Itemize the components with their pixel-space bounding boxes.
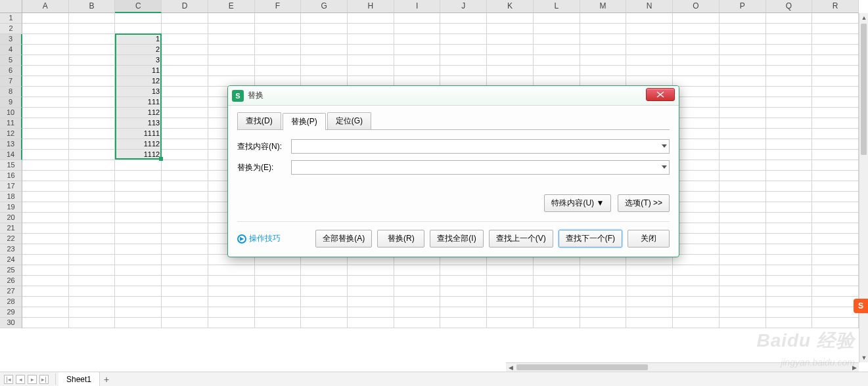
cell[interactable] — [580, 24, 627, 34]
cell[interactable] — [766, 286, 813, 297]
cell[interactable] — [162, 181, 208, 192]
cell[interactable] — [580, 318, 627, 328]
cell[interactable] — [812, 223, 859, 234]
cell[interactable] — [162, 150, 208, 160]
cell[interactable] — [812, 318, 859, 328]
cell[interactable] — [720, 87, 766, 97]
cell[interactable] — [115, 234, 162, 244]
cell[interactable] — [301, 307, 348, 318]
row-header[interactable]: 12 — [0, 129, 22, 139]
cell[interactable] — [394, 34, 441, 45]
cell[interactable] — [720, 24, 766, 34]
cell[interactable] — [69, 108, 116, 118]
cell[interactable] — [115, 181, 162, 192]
cell[interactable] — [255, 13, 302, 24]
cell[interactable] — [673, 223, 720, 234]
cell[interactable] — [69, 213, 116, 223]
row-header[interactable]: 28 — [0, 297, 22, 307]
cell[interactable] — [812, 97, 859, 108]
cell[interactable] — [69, 55, 116, 66]
cell[interactable] — [812, 55, 859, 66]
cell[interactable] — [766, 55, 813, 66]
cell[interactable] — [534, 24, 580, 34]
cell[interactable] — [22, 234, 69, 244]
cell[interactable] — [580, 45, 627, 55]
row-header[interactable]: 6 — [0, 66, 22, 76]
sheet-nav-first[interactable]: |◂ — [4, 375, 13, 384]
cell[interactable] — [720, 129, 766, 139]
cell[interactable] — [673, 129, 720, 139]
cell[interactable] — [255, 45, 302, 55]
cell[interactable] — [720, 213, 766, 223]
find-next-button[interactable]: 查找下一个(F) — [559, 230, 622, 247]
cell[interactable] — [115, 160, 162, 171]
cell[interactable] — [162, 118, 208, 129]
cell[interactable] — [22, 255, 69, 265]
cell[interactable] — [162, 276, 208, 286]
replace-dropdown-icon[interactable] — [662, 165, 667, 169]
cell[interactable] — [394, 276, 441, 286]
cell[interactable] — [812, 202, 859, 213]
column-header[interactable]: R — [812, 0, 859, 13]
cell[interactable] — [162, 307, 208, 318]
cell[interactable] — [487, 297, 534, 307]
cell[interactable]: 2 — [115, 45, 162, 55]
options-button[interactable]: 选项(T) >> — [618, 194, 670, 212]
cell[interactable] — [162, 318, 208, 328]
cell[interactable] — [766, 34, 813, 45]
cell[interactable] — [766, 255, 813, 265]
cell[interactable] — [673, 286, 720, 297]
cell[interactable] — [673, 160, 720, 171]
cell[interactable] — [69, 66, 116, 76]
cell[interactable]: 1 — [115, 34, 162, 45]
column-header[interactable]: L — [534, 0, 580, 13]
cell[interactable] — [301, 286, 348, 297]
cell[interactable] — [812, 181, 859, 192]
cell[interactable] — [534, 318, 580, 328]
cell[interactable] — [440, 286, 487, 297]
cell[interactable] — [22, 129, 69, 139]
cell[interactable]: 3 — [115, 55, 162, 66]
cell[interactable] — [580, 276, 627, 286]
cell[interactable] — [766, 213, 813, 223]
column-header[interactable]: E — [208, 0, 255, 13]
cell[interactable] — [255, 307, 302, 318]
cell[interactable] — [22, 192, 69, 202]
cell[interactable] — [22, 286, 69, 297]
cell[interactable] — [720, 307, 766, 318]
cell[interactable]: 111 — [115, 97, 162, 108]
cell[interactable] — [720, 150, 766, 160]
row-header[interactable]: 27 — [0, 286, 22, 297]
cell[interactable] — [348, 318, 394, 328]
find-all-button[interactable]: 查找全部(I) — [430, 230, 483, 247]
cell[interactable] — [580, 307, 627, 318]
cell[interactable] — [487, 45, 534, 55]
cell[interactable] — [812, 192, 859, 202]
row-header[interactable]: 24 — [0, 255, 22, 265]
cell[interactable] — [766, 76, 813, 87]
column-header[interactable]: M — [580, 0, 627, 13]
cell[interactable] — [301, 34, 348, 45]
cell[interactable] — [115, 265, 162, 276]
cell[interactable] — [720, 160, 766, 171]
cell[interactable] — [720, 234, 766, 244]
cell[interactable] — [255, 34, 302, 45]
row-header[interactable]: 25 — [0, 265, 22, 276]
column-header[interactable]: C — [115, 0, 162, 13]
cell[interactable] — [534, 297, 580, 307]
cell[interactable] — [766, 202, 813, 213]
column-header[interactable]: N — [626, 0, 673, 13]
cell[interactable] — [673, 192, 720, 202]
cell[interactable] — [766, 234, 813, 244]
cell[interactable] — [766, 265, 813, 276]
cell[interactable] — [720, 286, 766, 297]
cell[interactable] — [394, 265, 441, 276]
cell[interactable] — [720, 265, 766, 276]
cell[interactable]: 13 — [115, 87, 162, 97]
select-all-corner[interactable] — [0, 0, 22, 13]
cell[interactable] — [69, 318, 116, 328]
cell[interactable] — [69, 129, 116, 139]
cell[interactable] — [162, 66, 208, 76]
scroll-right-button[interactable]: ▶ — [850, 363, 859, 372]
tips-link[interactable]: ▶ 操作技巧 — [237, 233, 281, 244]
